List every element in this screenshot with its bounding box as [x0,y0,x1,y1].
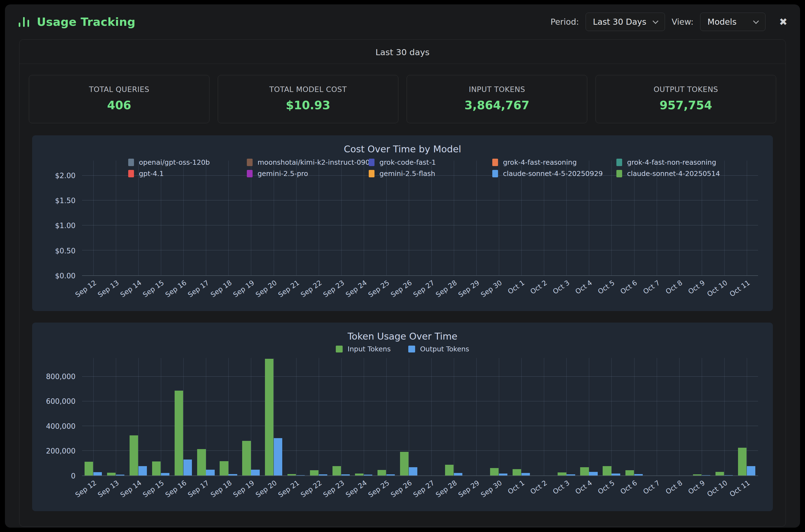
day-column: Oct 2 [532,160,555,276]
token-chart-panel: Token Usage Over Time Input TokensOutput… [32,323,773,511]
x-tick-label: Oct 2 [529,279,548,296]
x-tick-label: Sep 12 [74,279,98,299]
x-tick-label: Sep 21 [277,479,301,499]
stat-label: TOTAL MODEL COST [221,85,395,94]
bar-output-tokens [386,474,395,475]
token-chart-plot-area: Sep 12Sep 13Sep 14Sep 15Sep 16Sep 17Sep … [82,358,758,476]
vertical-gridline [521,160,522,276]
x-tick-label: Oct 2 [529,479,548,496]
day-column: Sep 30 [488,358,510,475]
legend-label: moonshotai/kimi-k2-instruct-0905 [258,158,374,166]
legend-label: Output Tokens [420,345,469,353]
x-tick-label: Sep 27 [412,479,436,499]
day-column: Oct 6 [623,358,645,475]
day-column: Oct 6 [623,160,645,276]
day-column: Sep 16 [172,160,195,276]
bar-output-tokens [93,472,102,475]
legend-label: grok-code-fast-1 [379,158,436,166]
bar-input-tokens [220,461,228,475]
x-tick-label: Sep 30 [480,279,504,299]
day-column: Sep 28 [443,160,465,276]
x-tick-label: Oct 5 [597,479,616,496]
x-tick-label: Sep 20 [254,479,278,499]
day-column: Sep 18 [217,358,240,475]
day-column: Oct 4 [578,358,600,475]
vertical-gridline [251,358,251,475]
view-select-value: Models [708,17,737,26]
x-tick-label: Sep 28 [434,479,458,499]
vertical-gridline [657,160,657,276]
period-label: Period: [550,17,579,26]
summary-title: Last 30 days [19,40,786,64]
bar-input-tokens [152,461,161,475]
day-column: Sep 23 [330,358,353,475]
x-tick-label: Oct 4 [574,279,594,296]
x-tick-label: Sep 18 [209,479,233,499]
day-column: Sep 15 [150,160,172,276]
chevron-down-icon [753,18,759,24]
x-tick-label: Sep 16 [164,279,188,299]
day-column: Sep 15 [150,358,172,475]
cost-chart-title: Cost Over Time by Model [42,144,763,155]
x-tick-label: Sep 27 [412,279,436,299]
x-tick-label: Sep 18 [209,279,233,299]
vertical-gridline [138,358,139,475]
legend-item: moonshotai/kimi-k2-instruct-0905 [247,158,369,166]
legend-swatch [247,170,252,177]
day-column: Sep 13 [105,358,127,475]
day-column: Oct 5 [600,160,623,276]
cost-chart-plot-wrap: $0.00$0.50$1.00$1.50$2.00 openai/gpt-oss… [42,160,763,306]
legend-item: openai/gpt-oss-120b [128,158,247,166]
period-select-value: Last 30 Days [593,17,647,26]
day-column: Oct 10 [713,160,735,276]
day-column: Sep 19 [240,358,262,475]
vertical-gridline [206,160,206,276]
vertical-gridline [183,358,184,475]
close-button[interactable]: ✖ [779,17,787,27]
bar-output-tokens [454,473,462,475]
view-select[interactable]: Models [700,13,766,31]
legend-label: gpt-4.1 [139,170,164,177]
x-tick-label: Sep 26 [389,279,413,299]
top-bar: Usage Tracking Period: Last 30 Days View… [5,4,800,37]
day-column: Oct 10 [713,358,735,475]
x-tick-label: Oct 9 [687,479,707,496]
x-tick-label: Sep 25 [367,279,391,299]
period-select[interactable]: Last 30 Days [586,13,665,31]
vertical-gridline [589,160,589,276]
vertical-gridline [702,160,702,276]
bar-output-tokens [138,466,147,475]
day-column: Sep 24 [353,160,375,276]
legend-swatch [492,159,498,166]
x-tick-label: Sep 15 [142,479,166,499]
bar-input-tokens [310,470,318,475]
bar-input-tokens [625,470,634,475]
x-tick-label: Sep 30 [480,479,504,499]
x-tick-label: Oct 1 [506,279,526,296]
y-tick-label: 0 [71,472,75,480]
day-column: Sep 19 [240,160,262,276]
bar-input-tokens [580,467,589,475]
y-tick-label: 600,000 [46,397,75,405]
bar-input-tokens [512,469,521,475]
legend-item: claude-sonnet-4-20250514 [616,170,720,177]
bar-input-tokens [85,462,93,475]
legend-item: Input Tokens [336,345,391,353]
chevron-down-icon [653,18,658,24]
legend-item: grok-4-fast-non-reasoning [616,158,720,166]
x-tick-label: Sep 23 [322,279,346,299]
day-column: Sep 24 [353,358,375,475]
legend-label: Input Tokens [348,345,391,353]
stat-label: INPUT TOKENS [410,85,584,94]
vertical-gridline [566,160,567,276]
y-tick-label: 200,000 [46,447,75,455]
x-tick-label: Oct 8 [664,479,684,496]
bar-output-tokens [612,474,620,475]
bar-input-tokens [265,359,274,475]
vertical-gridline [679,358,679,475]
vertical-gridline [206,358,206,475]
bar-output-tokens [747,466,755,475]
vertical-gridline [499,358,499,475]
bar-output-tokens [183,459,192,475]
legend-swatch [128,159,134,166]
